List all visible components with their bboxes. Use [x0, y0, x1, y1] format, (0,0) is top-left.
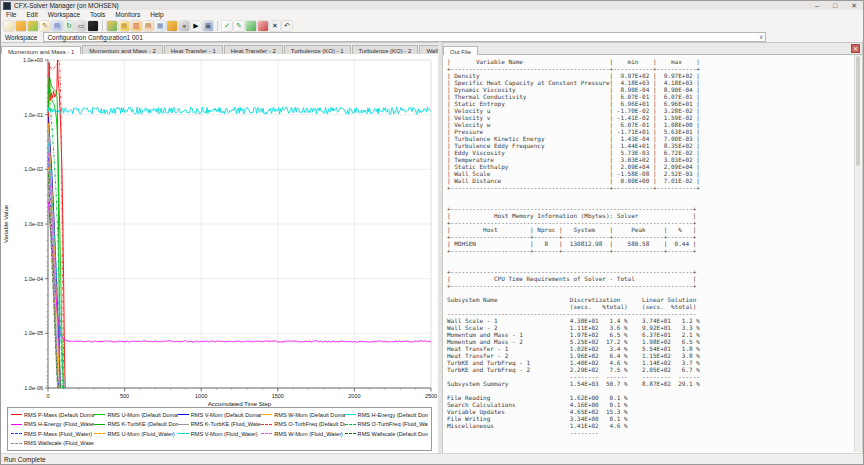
legend-line-sample [11, 433, 22, 434]
toolbar: ✎▤↻▭▦▥▤▦●▶▣✓✎✕↶ [1, 19, 863, 33]
svg-text:1.0e+00: 1.0e+00 [23, 57, 43, 63]
tab-momentum-and-mass-2[interactable]: Momentum and Mass - 2 [82, 45, 162, 54]
legend-item: RMS H-Energy (Default Domain) [345, 412, 428, 418]
legend-label: RMS U-Mom (Default Domain) [107, 412, 177, 418]
table-icon[interactable]: ▦ [155, 21, 165, 31]
new-monitor-icon[interactable]: ▦ [119, 21, 129, 31]
chart-canvas: 1.0e+001.0e-011.0e-021.0e-031.0e-041.0e-… [1, 54, 438, 407]
display-icon[interactable] [88, 21, 98, 31]
out-file-body: | Variable Name | min | max | +---------… [444, 55, 854, 452]
svg-text:1.0e-01: 1.0e-01 [24, 112, 43, 118]
plot-check-icon[interactable]: ✓ [222, 21, 232, 31]
legend-item: RMS O-TurbFreq (Default Domain) [261, 421, 344, 427]
svg-text:0: 0 [46, 393, 49, 399]
legend-label: RMS P-Mass (Default Domain) [24, 412, 94, 418]
legend-item: RMS P-Mass (Fluid_Water) [11, 431, 94, 437]
start-run-icon[interactable]: ▶ [191, 21, 201, 31]
menu-item-edit[interactable]: Edit [21, 11, 42, 18]
scrollbar-thumb[interactable] [856, 56, 860, 166]
residual-chart: 1.0e+001.0e-011.0e-021.0e-031.0e-041.0e-… [1, 54, 438, 407]
chevron-down-icon[interactable]: ∨ [759, 33, 763, 40]
copy-icon[interactable]: ▤ [52, 21, 62, 31]
toolbar-separator [102, 21, 103, 31]
legend-line-sample [11, 424, 22, 425]
legend-item: RMS V-Mom (Fluid_Water) [178, 431, 261, 437]
stop-icon[interactable]: ✕ [270, 21, 280, 31]
main-area: Momentum and Mass - 1Momentum and Mass -… [1, 42, 863, 454]
monitor-pane: Momentum and Mass - 1Momentum and Mass -… [1, 42, 438, 454]
legend-label: RMS W-Mom (Default Domain) [274, 412, 344, 418]
workspace-combobox[interactable]: Configuration Configuration1 001 ∨ [43, 32, 766, 42]
app-icon [3, 2, 11, 10]
workspace-label: Workspace [1, 34, 43, 41]
archive-icon[interactable] [167, 21, 177, 31]
edit-icon[interactable]: ✎ [40, 21, 50, 31]
out-file-close-icon[interactable]: ✕ [851, 44, 860, 53]
legend-item: RMS K-TurbKE (Fluid_Water) [178, 421, 261, 427]
legend-item: RMS U-Mom (Fluid_Water) [94, 431, 177, 437]
menu-item-file[interactable]: File [1, 11, 21, 18]
legend-line-sample [94, 433, 105, 434]
chart-settings-icon[interactable]: ▥ [131, 21, 141, 31]
status-text: Run Complete [4, 456, 46, 463]
save-icon[interactable]: ▣ [203, 21, 213, 31]
legend-label: RMS U-Mom (Fluid_Water) [107, 431, 175, 437]
legend-label: RMS P-Mass (Fluid_Water) [24, 431, 92, 437]
legend-label: RMS V-Mom (Default Domain) [191, 412, 261, 418]
open-folder-icon[interactable] [16, 21, 26, 31]
tab-turbulence-ko-1[interactable]: Turbulence (KO) - 1 [284, 45, 351, 54]
plot-edit-icon[interactable]: ✎ [234, 21, 244, 31]
out-file-text: | Variable Name | min | max | +---------… [444, 55, 854, 436]
tree-add-icon[interactable] [246, 21, 256, 31]
svg-text:1500: 1500 [272, 393, 284, 399]
legend-item: RMS W-Mom (Default Domain) [261, 412, 344, 418]
menu-item-monitors[interactable]: Monitors [110, 11, 145, 18]
new-file-icon[interactable] [4, 21, 14, 31]
legend-label: RMS O-TurbFreq (Fluid_Water) [358, 421, 428, 427]
legend-item: RMS H-Energy (Fluid_Water) [11, 421, 94, 427]
maximize-button[interactable]: □ [833, 2, 837, 9]
legend-item: RMS Wallscale (Fluid_Water) [11, 440, 94, 446]
svg-text:2000: 2000 [348, 393, 360, 399]
tab-heat-transfer-1[interactable]: Heat Transfer - 1 [164, 45, 223, 54]
out-file-header: Out File ✕ [443, 43, 862, 55]
out-file-scrollbar[interactable] [854, 55, 861, 452]
tab-heat-transfer-2[interactable]: Heat Transfer - 2 [224, 45, 283, 54]
legend-label: RMS H-Energy (Default Domain) [358, 412, 428, 418]
refresh-icon[interactable]: ↻ [64, 21, 74, 31]
minimize-button[interactable]: – [815, 2, 819, 9]
menu-item-help[interactable]: Help [145, 11, 168, 18]
window-title: CFX-Solver Manager (on MOHSEN) [14, 2, 119, 9]
open-run-folder-icon[interactable] [28, 21, 38, 31]
workspace-combobox-value: Configuration Configuration1 001 [47, 34, 142, 41]
svg-text:1.0e-03: 1.0e-03 [24, 221, 43, 227]
svg-text:1.0e-06: 1.0e-06 [24, 385, 43, 391]
import-icon[interactable] [107, 21, 117, 31]
legend-item: RMS W-Mom (Fluid_Water) [261, 431, 344, 437]
legend-line-sample [345, 433, 356, 434]
legend-item: RMS P-Mass (Default Domain) [11, 412, 94, 418]
print-icon[interactable]: ▭ [76, 21, 86, 31]
menu-item-workspace[interactable]: Workspace [43, 11, 85, 18]
undo-icon[interactable]: ↶ [282, 21, 292, 31]
legend-line-sample [11, 414, 22, 415]
tab-turbulence-ko-2[interactable]: Turbulence (KO) - 2 [352, 45, 419, 54]
svg-text:Variable Value: Variable Value [3, 204, 9, 243]
tree-remove-icon[interactable] [258, 21, 268, 31]
legend-line-sample [94, 414, 105, 415]
svg-text:1000: 1000 [195, 393, 207, 399]
svg-text:1.0e-04: 1.0e-04 [24, 276, 43, 282]
toolbar-separator [217, 21, 218, 31]
legend-item: RMS K-TurbKE (Default Domain) [94, 421, 177, 427]
legend-line-sample [94, 424, 105, 425]
legend-label: RMS K-TurbKE (Default Domain) [107, 421, 177, 427]
close-button[interactable]: ✕ [851, 2, 857, 9]
menu-item-tools[interactable]: Tools [85, 11, 110, 18]
svg-text:500: 500 [120, 393, 129, 399]
legend-label: RMS Wallscale (Default Domain) [358, 431, 428, 437]
legend-item: RMS V-Mom (Default Domain) [178, 412, 261, 418]
timer-icon[interactable]: ● [179, 21, 189, 31]
legend-line-sample [261, 414, 272, 415]
tab-out-file[interactable]: Out File [443, 46, 478, 55]
report-icon[interactable]: ▤ [143, 21, 153, 31]
